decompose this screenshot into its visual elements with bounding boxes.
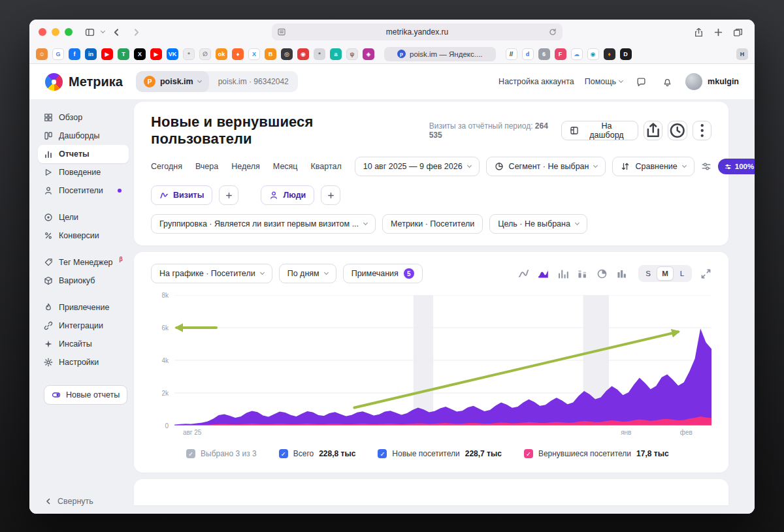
granularity-dropdown[interactable]: По дням xyxy=(279,264,336,283)
back-button[interactable] xyxy=(108,25,124,39)
sidebar-item-goals[interactable]: Цели xyxy=(38,208,129,227)
counter-dropdown[interactable]: P poisk.im xyxy=(136,71,209,92)
bookmark-icon[interactable]: ☺ xyxy=(36,48,48,60)
bookmark-icon[interactable]: ψ xyxy=(346,48,358,60)
bookmark-icon[interactable]: B xyxy=(265,48,276,60)
bookmark-icon[interactable]: X xyxy=(134,48,146,60)
period-quarter-button[interactable]: Квартал xyxy=(311,162,342,171)
legend-item-returning-visitors[interactable]: ✓Вернувшиеся посетители17,8 тыс xyxy=(524,449,669,458)
bookmark-icon[interactable]: ∅ xyxy=(199,48,211,60)
sampling-badge[interactable]: 100% xyxy=(718,159,755,174)
period-month-button[interactable]: Месяц xyxy=(273,162,298,171)
bookmark-icon[interactable]: G xyxy=(52,48,64,60)
grouping-dropdown[interactable]: Группировка · Является ли визит первым в… xyxy=(151,214,376,234)
checkbox-icon[interactable]: ✓ xyxy=(378,449,387,458)
chevron-down-icon[interactable] xyxy=(101,29,105,33)
bookmark-icon[interactable]: * xyxy=(314,48,325,60)
sliders-icon[interactable] xyxy=(701,161,711,172)
column-chart-icon[interactable] xyxy=(616,268,627,279)
help-menu[interactable]: Помощь xyxy=(585,77,623,86)
sidebar-item-behavior[interactable]: Поведение xyxy=(38,163,129,181)
bookmark-icon[interactable]: * xyxy=(183,48,195,60)
bookmark-icon[interactable]: // xyxy=(506,48,517,60)
bookmark-icon[interactable]: H xyxy=(736,48,748,60)
more-button[interactable] xyxy=(693,121,712,140)
sidebar-item-variocube[interactable]: Вариокуб xyxy=(38,272,129,290)
bookmark-icon[interactable]: T xyxy=(118,48,129,60)
bookmark-icon[interactable]: ♦ xyxy=(604,48,615,60)
bookmark-icon[interactable]: ☁ xyxy=(571,48,583,60)
period-yesterday-button[interactable]: Вчера xyxy=(195,162,218,171)
sidebar-item-reports[interactable]: Отчеты xyxy=(38,145,129,163)
period-today-button[interactable]: Сегодня xyxy=(151,162,182,171)
new-tab-button[interactable] xyxy=(710,25,726,39)
brand[interactable]: Метрика xyxy=(45,73,123,91)
sidebar-item-integrations[interactable]: Интеграции xyxy=(38,317,129,335)
sidebar-item-tag-manager[interactable]: Тег Менеджерβ xyxy=(38,253,129,272)
active-tab[interactable]: p poisk.im — Яндекс.... xyxy=(384,47,496,61)
bar-chart-icon[interactable] xyxy=(557,268,568,279)
chart-size-s-button[interactable]: S xyxy=(640,266,657,281)
counter-selector[interactable]: P poisk.im poisk.im · 96342042 xyxy=(136,71,298,92)
sidebar-item-settings[interactable]: Настройки xyxy=(38,353,129,371)
checkbox-icon[interactable]: ✓ xyxy=(279,449,288,458)
bookmark-icon[interactable]: F xyxy=(555,48,566,60)
to-dashboard-button[interactable]: На дашборд xyxy=(561,121,638,140)
bookmark-icon[interactable]: in xyxy=(85,48,97,60)
on-chart-dropdown[interactable]: На графике · Посетители xyxy=(151,264,272,283)
sidebar-item-acquisition[interactable]: Привлечение xyxy=(38,298,129,317)
bookmark-icon[interactable]: D xyxy=(620,48,632,60)
bookmark-icon[interactable]: VK xyxy=(167,48,178,60)
add-people-metric-button[interactable] xyxy=(321,185,340,205)
stacked-bar-chart-icon[interactable] xyxy=(577,268,588,279)
legend-item-selected[interactable]: ✓Выбрано 3 из 3 xyxy=(186,449,257,458)
bookmark-icon[interactable]: ◈ xyxy=(363,48,374,60)
checkbox-icon[interactable]: ✓ xyxy=(186,449,195,458)
tab-overview-button[interactable] xyxy=(730,25,745,39)
pie-chart-icon[interactable] xyxy=(596,268,608,279)
page-settings-icon[interactable] xyxy=(277,27,286,37)
address-bar[interactable]: metrika.yandex.ru xyxy=(272,23,563,40)
period-week-button[interactable]: Неделя xyxy=(231,162,260,171)
bookmark-icon[interactable]: d xyxy=(522,48,534,60)
bookmark-icon[interactable]: X xyxy=(248,48,260,60)
avatar[interactable] xyxy=(685,73,702,90)
date-range-picker[interactable]: 10 авг 2025 — 9 фев 2026 xyxy=(355,157,480,176)
chart-size-l-button[interactable]: L xyxy=(674,266,691,281)
bookmark-icon[interactable]: ◉ xyxy=(587,48,599,60)
chart-plot[interactable] xyxy=(174,295,711,426)
bookmark-icon[interactable]: ◉ xyxy=(297,48,309,60)
account-settings-link[interactable]: Настройка аккаунта xyxy=(498,77,574,86)
bookmark-icon[interactable]: ▶ xyxy=(101,48,113,60)
sidebar-toggle-button[interactable] xyxy=(82,25,97,39)
bookmark-icon[interactable]: ok xyxy=(216,48,227,60)
goal-dropdown[interactable]: Цель · Не выбрана xyxy=(489,214,587,234)
visitors-area-chart[interactable] xyxy=(174,295,711,426)
line-chart-icon[interactable] xyxy=(518,268,529,279)
add-visits-metric-button[interactable] xyxy=(219,185,238,205)
share-button[interactable] xyxy=(691,25,706,39)
notifications-icon[interactable] xyxy=(659,74,675,89)
new-reports-button[interactable]: Новые отчеты xyxy=(44,385,127,405)
bookmark-icon[interactable]: 6 xyxy=(538,48,550,60)
collapse-sidebar-button[interactable]: Свернуть xyxy=(44,497,129,506)
bookmark-icon[interactable]: ♦ xyxy=(232,48,244,60)
bookmark-icon[interactable]: ◎ xyxy=(281,48,293,60)
username[interactable]: mkulgin xyxy=(708,77,739,86)
sidebar-item-dashboards[interactable]: Дашборды xyxy=(38,127,129,145)
chart-size-m-button[interactable]: M xyxy=(657,266,674,281)
sidebar-item-conversions[interactable]: Конверсии xyxy=(38,227,129,245)
sidebar-item-insights[interactable]: Инсайты xyxy=(38,335,129,353)
compare-picker[interactable]: Сравнение xyxy=(612,157,694,176)
refresh-icon[interactable] xyxy=(548,27,557,37)
expand-chart-icon[interactable] xyxy=(700,268,711,279)
chat-icon[interactable] xyxy=(633,74,649,89)
close-window-button[interactable] xyxy=(39,28,46,36)
export-button[interactable] xyxy=(644,121,663,140)
sidebar-item-overview[interactable]: Обзор xyxy=(38,108,129,127)
legend-item-total[interactable]: ✓Всего228,8 тыс xyxy=(279,449,356,458)
bookmark-icon[interactable]: ▶ xyxy=(150,48,162,60)
legend-item-new-visitors[interactable]: ✓Новые посетители228,7 тыс xyxy=(378,449,502,458)
checkbox-icon[interactable]: ✓ xyxy=(524,449,533,458)
visits-chip[interactable]: Визиты xyxy=(151,185,212,205)
